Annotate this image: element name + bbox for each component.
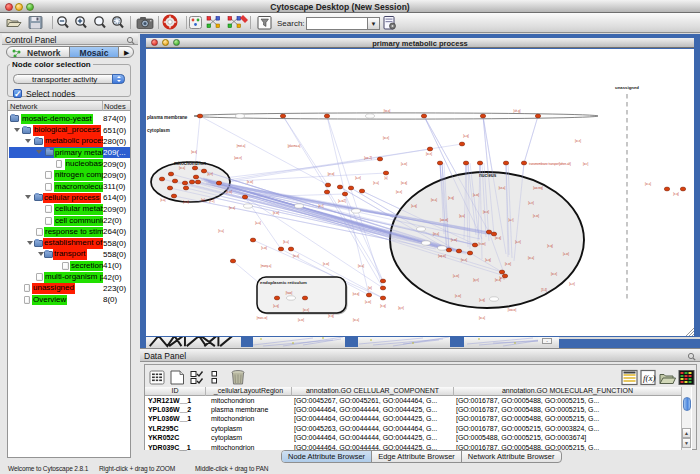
svg-text:[a-e]: [a-e] xyxy=(528,201,534,205)
svg-text:[a-w]: [a-w] xyxy=(451,238,457,242)
svg-text:[w-a]: [w-a] xyxy=(358,264,364,268)
svg-text:[w-a]: [w-a] xyxy=(229,206,235,210)
svg-text:[w-a]: [w-a] xyxy=(353,318,359,322)
svg-text:[aw-w]: [aw-w] xyxy=(440,218,448,222)
svg-text:[e-w]: [e-w] xyxy=(323,262,329,266)
svg-text:[a-w]: [a-w] xyxy=(401,162,407,166)
svg-text:[aw-e]: [aw-e] xyxy=(234,156,242,160)
svg-text:cytoplasm: cytoplasm xyxy=(147,128,170,133)
svg-text:[e-w]: [e-w] xyxy=(455,294,461,298)
svg-text:f(x): f(x) xyxy=(643,373,656,383)
svg-text:[a-q]: [a-q] xyxy=(273,304,279,308)
svg-text:[q-e]: [q-e] xyxy=(207,172,213,176)
svg-text:[a]: [a] xyxy=(385,176,388,180)
svg-text:[e-w]: [e-w] xyxy=(505,262,511,266)
svg-text:[e-a]: [e-a] xyxy=(183,200,189,204)
svg-text:[e-q]: [e-q] xyxy=(673,192,679,196)
svg-text:mitochondrion: mitochondrion xyxy=(174,160,206,165)
svg-text:[q-e]: [q-e] xyxy=(473,278,479,282)
svg-text:[marc-w]: [marc-w] xyxy=(257,316,268,320)
svg-text:[q-e]: [q-e] xyxy=(398,306,404,310)
svg-text:[e-q]: [e-q] xyxy=(547,244,553,248)
svg-text:[r-2]: [r-2] xyxy=(210,199,215,203)
svg-text:[a-q]: [a-q] xyxy=(411,204,417,208)
svg-text:[w-a]: [w-a] xyxy=(293,254,299,258)
svg-text:[b-a]: [b-a] xyxy=(283,240,289,244)
svg-text:[a-r]: [a-r] xyxy=(509,218,514,222)
svg-text:[w-e]: [w-e] xyxy=(461,258,467,262)
svg-text:[a-w]: [a-w] xyxy=(365,300,371,304)
svg-text:[e-w]: [e-w] xyxy=(273,211,279,215)
svg-text:[low-w]: [low-w] xyxy=(508,308,517,312)
svg-text:[w-a]: [w-a] xyxy=(479,316,485,320)
svg-text:[plasma-a]: [plasma-a] xyxy=(288,144,301,148)
svg-text:[e-r]: [e-r] xyxy=(319,204,324,208)
svg-text:[w-r]: [w-r] xyxy=(499,276,504,280)
svg-text:nucleus: nucleus xyxy=(479,173,497,178)
svg-text:[w]: [w] xyxy=(368,286,372,290)
svg-text:[a-q]: [a-q] xyxy=(463,134,469,138)
svg-text:[te-a]: [te-a] xyxy=(433,232,439,236)
svg-text:[e-w]: [e-w] xyxy=(533,214,539,218)
svg-text:[aw-req]: [aw-req] xyxy=(533,186,543,190)
svg-text:[a-e]: [a-e] xyxy=(569,282,575,286)
svg-text:[w-r]: [w-r] xyxy=(583,162,588,166)
svg-text:[s-w]: [s-w] xyxy=(261,246,267,250)
svg-text:[many-a]: [many-a] xyxy=(261,264,272,268)
svg-text:[a-w]: [a-w] xyxy=(226,190,232,194)
svg-text:[w]: [w] xyxy=(201,198,205,202)
svg-text:endoplasmic reticulum: endoplasmic reticulum xyxy=(260,279,307,284)
svg-text:[e-a]: [e-a] xyxy=(373,181,379,185)
svg-text:[w-x]: [w-x] xyxy=(191,150,197,154)
svg-text:[a-q]: [a-q] xyxy=(479,298,485,302)
svg-text:[w-q]: [w-q] xyxy=(401,181,407,185)
svg-text:[e-q]: [e-q] xyxy=(448,196,454,200)
svg-text:[q-a]: [q-a] xyxy=(459,214,465,218)
svg-text:[w-e]: [w-e] xyxy=(383,136,389,140)
svg-text:[w-e]: [w-e] xyxy=(396,190,402,194)
svg-text:[uh-g]: [uh-g] xyxy=(514,109,521,113)
svg-text:[a-w2]: [a-w2] xyxy=(338,199,346,203)
svg-text:[se-a]: [se-a] xyxy=(499,186,506,190)
svg-text:unassigned: unassigned xyxy=(615,85,639,90)
svg-text:[a-q]: [a-q] xyxy=(485,258,491,262)
svg-text:[a-w]: [a-w] xyxy=(473,193,479,197)
svg-text:[a-w]: [a-w] xyxy=(563,252,569,256)
svg-text:[e-w]: [e-w] xyxy=(247,180,253,184)
svg-text:[w-q]: [w-q] xyxy=(495,236,501,240)
svg-text:[a-w]: [a-w] xyxy=(298,318,304,322)
svg-text:[met-a]: [met-a] xyxy=(237,144,246,148)
svg-text:[aq-w]: [aq-w] xyxy=(438,254,446,258)
svg-text:[haw]: [haw] xyxy=(286,291,293,295)
svg-text:[tw-o]: [tw-o] xyxy=(384,109,391,113)
svg-text:[se-q]: [se-q] xyxy=(353,292,360,296)
svg-text:[a-e]: [a-e] xyxy=(355,176,361,180)
svg-text:[pr-w]: [pr-w] xyxy=(328,172,335,176)
svg-text:[w-a]: [w-a] xyxy=(528,256,534,260)
svg-text:[w-e]: [w-e] xyxy=(426,152,432,156)
svg-text:[x-a]: [x-a] xyxy=(160,198,165,202)
svg-text:[e-q]: [e-q] xyxy=(380,304,386,308)
svg-text:[aw-2]: [aw-2] xyxy=(364,156,372,160)
svg-text:[w-a]: [w-a] xyxy=(431,198,437,202)
svg-text:[e-q]: [e-q] xyxy=(328,314,334,318)
svg-text:[w-a]: [w-a] xyxy=(645,182,651,186)
svg-text:[w-a]: [w-a] xyxy=(179,166,185,170)
svg-text:[a-w]: [a-w] xyxy=(453,274,459,278)
svg-text:[w-e]: [w-e] xyxy=(303,308,309,312)
svg-text:[w-e]: [w-e] xyxy=(551,272,557,276)
svg-text:[a-e]: [a-e] xyxy=(515,240,521,244)
svg-text:transmembrane transport[when-a: transmembrane transport[when-alt] xyxy=(529,162,571,166)
svg-text:[tr-a]: [tr-a] xyxy=(218,229,224,233)
svg-text:plasma membrane: plasma membrane xyxy=(147,115,188,120)
svg-text:[w-e]: [w-e] xyxy=(575,139,581,143)
svg-text:[a-a]: [a-a] xyxy=(255,221,261,225)
svg-text:[3-4]: [3-4] xyxy=(541,288,547,292)
svg-text:[w-e]: [w-e] xyxy=(483,210,489,214)
svg-text:[tr-ee]: [tr-ee] xyxy=(478,242,485,246)
